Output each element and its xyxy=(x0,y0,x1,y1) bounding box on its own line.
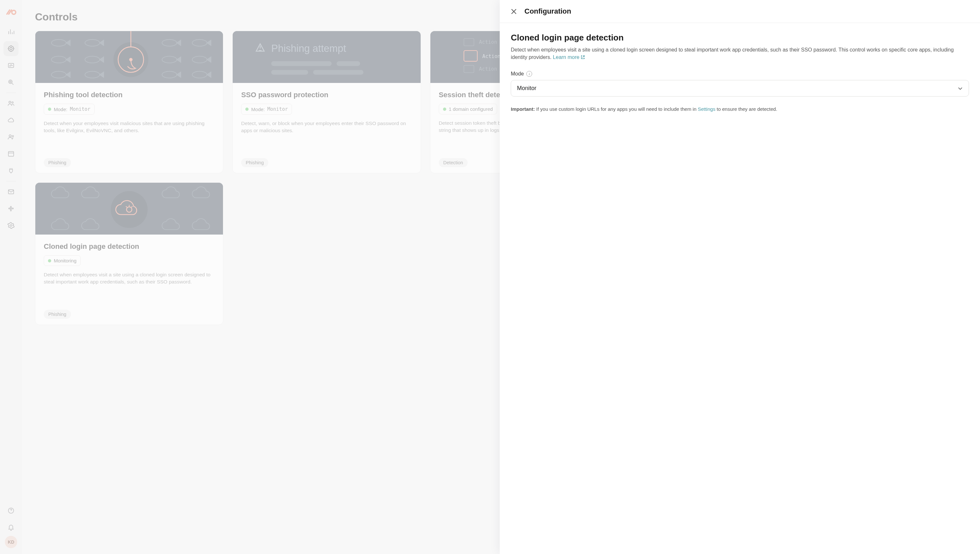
configuration-drawer: Configuration Cloned login page detectio… xyxy=(500,0,980,554)
config-note: Important: If you use custom login URLs … xyxy=(511,106,969,113)
mode-label: Mode i xyxy=(511,71,969,77)
settings-link[interactable]: Settings xyxy=(698,106,715,112)
mode-select-value: Monitor xyxy=(517,85,536,92)
drawer-header: Configuration xyxy=(500,0,980,23)
external-link-icon xyxy=(581,54,585,61)
chevron-down-icon xyxy=(958,86,963,91)
drawer-body: Cloned login page detection Detect when … xyxy=(500,23,980,123)
info-icon[interactable]: i xyxy=(526,71,532,77)
drawer-header-title: Configuration xyxy=(524,7,571,16)
config-title: Cloned login page detection xyxy=(511,33,969,43)
config-description: Detect when employees visit a site using… xyxy=(511,46,969,61)
close-icon xyxy=(512,9,516,14)
learn-more-link[interactable]: Learn more xyxy=(553,54,585,60)
mode-select[interactable]: Monitor xyxy=(511,80,969,97)
close-button[interactable] xyxy=(510,7,518,16)
